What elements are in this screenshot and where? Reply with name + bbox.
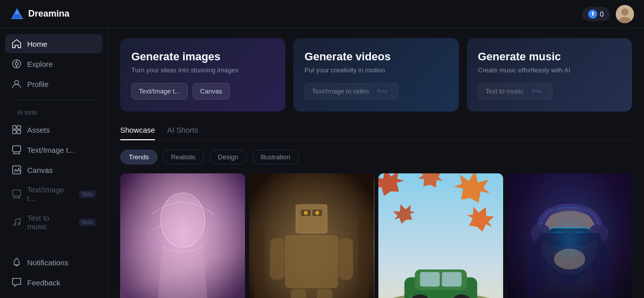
avatar[interactable] bbox=[616, 5, 634, 23]
cyber-woman-svg bbox=[507, 173, 632, 298]
svg-rect-13 bbox=[13, 130, 16, 134]
main-layout: Home Explore Profile AI tools bbox=[0, 28, 644, 298]
sidebar-explore-label: Explore bbox=[27, 60, 53, 68]
sidebar-item-explore[interactable]: Explore bbox=[5, 54, 103, 73]
svg-point-28 bbox=[161, 193, 205, 247]
svg-rect-40 bbox=[317, 288, 333, 298]
header-right: ⬆ 0 bbox=[582, 5, 634, 23]
image-tile-robot[interactable] bbox=[249, 173, 374, 298]
text-video-button[interactable]: Text/Image to video Beta bbox=[304, 83, 397, 100]
sidebar-item-canvas[interactable]: Canvas bbox=[5, 160, 103, 179]
svg-point-72 bbox=[575, 293, 616, 298]
cyber-woman-image bbox=[507, 173, 632, 298]
svg-point-4 bbox=[621, 9, 628, 16]
sidebar-item-assets[interactable]: Assets bbox=[5, 120, 103, 139]
logo-icon bbox=[10, 7, 24, 21]
svg-rect-38 bbox=[339, 238, 353, 280]
sidebar-text-image-label: Text/Image t... bbox=[27, 146, 74, 154]
svg-rect-62 bbox=[547, 230, 568, 245]
avatar-image bbox=[616, 5, 634, 23]
image-tile-leaves[interactable] bbox=[378, 173, 503, 298]
svg-rect-11 bbox=[13, 126, 16, 129]
tab-ai-shorts[interactable]: AI Shorts bbox=[167, 126, 198, 140]
generate-music-buttons: Text to music Beta bbox=[478, 83, 621, 100]
sidebar-item-text-music[interactable]: Text to music Beta bbox=[5, 209, 103, 236]
app-name: Dreamina bbox=[28, 9, 69, 19]
svg-rect-15 bbox=[13, 146, 21, 152]
svg-point-27 bbox=[162, 194, 204, 246]
svg-rect-63 bbox=[571, 230, 591, 245]
svg-point-66 bbox=[573, 232, 589, 242]
generate-videos-card[interactable]: Generate videos Put your creativity in m… bbox=[293, 38, 458, 112]
filter-trends[interactable]: Trends bbox=[120, 150, 157, 164]
generate-music-subtitle: Create music effortlessly with AI bbox=[478, 66, 621, 74]
image-grid bbox=[120, 173, 632, 298]
generate-music-title: Generate music bbox=[478, 50, 621, 63]
generate-images-subtitle: Turn your ideas into stunning images bbox=[131, 66, 274, 74]
robot-svg bbox=[249, 173, 374, 298]
generate-images-card[interactable]: Generate images Turn your ideas into stu… bbox=[120, 38, 285, 112]
svg-point-69 bbox=[554, 249, 585, 269]
text-image-beta-icon bbox=[12, 189, 21, 198]
home-icon bbox=[12, 39, 21, 48]
leaves-image bbox=[378, 173, 503, 298]
sidebar-nav: Home Explore Profile AI tools bbox=[0, 34, 108, 236]
sidebar-canvas-label: Canvas bbox=[27, 166, 53, 174]
canvas-button-label: Canvas bbox=[200, 87, 222, 95]
filter-realistic[interactable]: Realistic bbox=[163, 150, 204, 164]
filter-illustration[interactable]: Illustration bbox=[252, 150, 299, 164]
generate-music-card[interactable]: Generate music Create music effortlessly… bbox=[467, 38, 632, 112]
tabs-row: Showcase AI Shorts bbox=[120, 126, 632, 141]
generate-images-title: Generate images bbox=[131, 50, 274, 63]
svg-rect-49 bbox=[420, 272, 439, 286]
text-music-beta-badge2: Beta bbox=[529, 87, 545, 95]
sidebar-text-image-beta-label: Text/Image t... bbox=[27, 185, 71, 203]
svg-rect-39 bbox=[291, 288, 306, 298]
explore-icon bbox=[12, 59, 21, 68]
text-music-button-label: Text to music bbox=[486, 87, 524, 95]
svg-rect-26 bbox=[120, 173, 245, 298]
text-music-beta-badge: Beta bbox=[79, 219, 96, 226]
text-image-icon bbox=[12, 145, 21, 154]
logo[interactable]: Dreamina bbox=[10, 7, 69, 21]
image-tile-cyber-woman[interactable] bbox=[507, 173, 632, 298]
sidebar-item-profile[interactable]: Profile bbox=[5, 74, 103, 93]
svg-point-65 bbox=[550, 232, 567, 242]
robot-image bbox=[249, 173, 374, 298]
leaves-svg bbox=[378, 173, 503, 298]
sidebar-item-notifications[interactable]: Notifications bbox=[5, 253, 103, 272]
sidebar-notifications-label: Notifications bbox=[27, 258, 68, 267]
svg-point-67 bbox=[531, 224, 550, 242]
main-content: Generate images Turn your ideas into stu… bbox=[108, 28, 644, 298]
credit-badge[interactable]: ⬆ 0 bbox=[582, 7, 610, 21]
feedback-icon bbox=[12, 278, 21, 287]
svg-point-70 bbox=[541, 207, 598, 274]
sidebar-item-text-image[interactable]: Text/Image t... bbox=[5, 140, 103, 159]
sidebar-section-label: AI tools bbox=[5, 106, 103, 119]
generate-videos-title: Generate videos bbox=[304, 50, 447, 63]
sidebar-item-feedback[interactable]: Feedback bbox=[5, 273, 103, 292]
tab-showcase[interactable]: Showcase bbox=[120, 126, 155, 140]
sidebar-profile-label: Profile bbox=[27, 80, 49, 88]
filter-design[interactable]: Design bbox=[209, 150, 247, 164]
svg-point-24 bbox=[14, 224, 16, 226]
profile-icon bbox=[12, 79, 21, 88]
image-tile-crystal-woman[interactable] bbox=[120, 173, 245, 298]
credit-count: 0 bbox=[600, 10, 604, 18]
crystal-woman-image bbox=[120, 173, 245, 298]
canvas-button[interactable]: Canvas bbox=[193, 83, 230, 100]
sidebar-item-text-image-beta[interactable]: Text/Image t... Beta bbox=[5, 180, 103, 208]
svg-rect-36 bbox=[286, 236, 338, 287]
generate-images-buttons: Text/Image t... Canvas bbox=[131, 83, 274, 100]
svg-rect-14 bbox=[17, 130, 21, 134]
svg-rect-12 bbox=[17, 126, 21, 129]
sidebar-assets-label: Assets bbox=[27, 126, 50, 134]
sidebar-item-home[interactable]: Home bbox=[5, 34, 103, 53]
text-image-button[interactable]: Text/Image t... bbox=[131, 83, 188, 100]
text-music-button[interactable]: Text to music Beta bbox=[478, 83, 552, 100]
sidebar: Home Explore Profile AI tools bbox=[0, 28, 108, 298]
sidebar-bottom: Notifications Feedback bbox=[0, 253, 108, 292]
crystal-woman-svg bbox=[120, 173, 245, 298]
text-image-button-label: Text/Image t... bbox=[139, 87, 180, 95]
text-image-beta-badge: Beta bbox=[79, 190, 96, 198]
